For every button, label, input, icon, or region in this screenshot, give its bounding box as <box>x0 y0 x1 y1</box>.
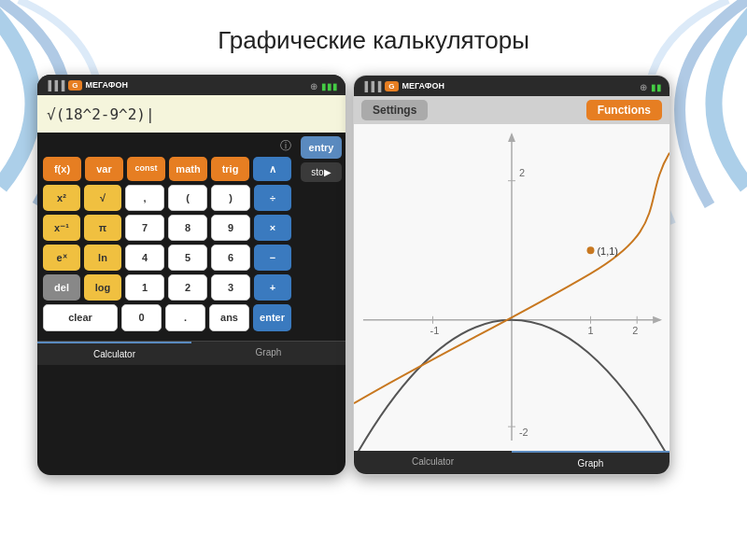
btn-power[interactable]: ∧ <box>253 157 291 181</box>
calc-tabbar: Calculator Graph <box>37 341 345 365</box>
battery-icon: ▮▮▮ <box>321 81 338 91</box>
network-icon-right: ⊕ <box>640 82 647 92</box>
svg-text:(1,1): (1,1) <box>597 245 617 257</box>
btn-2[interactable]: 2 <box>168 274 207 301</box>
carrier-logo: G <box>68 80 81 91</box>
calc-buttons: ⓘ f(x) var const math trig ∧ x² √ , ( <box>37 133 297 341</box>
main-content: ▐▐▐ G МЕГАФОН ⊕ ▮▮▮ √(18^2-9^2)| ⓘ <box>37 75 710 475</box>
info-icon[interactable]: ⓘ <box>280 139 291 152</box>
calculator-left: ▐▐▐ G МЕГАФОН ⊕ ▮▮▮ √(18^2-9^2)| ⓘ <box>37 75 345 475</box>
btn-fx[interactable]: f(x) <box>43 157 81 181</box>
btn-ln[interactable]: ln <box>84 245 121 271</box>
tab-graph-right[interactable]: Graph <box>512 451 669 474</box>
btn-entry[interactable]: entry <box>301 136 342 159</box>
btn-7[interactable]: 7 <box>125 215 164 241</box>
graph-toolbar: Settings Functions <box>354 96 669 124</box>
btn-sto[interactable]: sto▶ <box>301 162 342 182</box>
page-title: Графические калькуляторы <box>0 26 747 55</box>
btn-var[interactable]: var <box>85 157 123 181</box>
svg-text:2: 2 <box>632 325 638 336</box>
graph-tabbar: Calculator Graph <box>354 451 669 474</box>
btn-ans[interactable]: ans <box>209 304 249 330</box>
carrier-logo-right: G <box>385 81 398 91</box>
btn-mul[interactable]: × <box>254 215 291 241</box>
tab-graph-left[interactable]: Graph <box>191 342 345 365</box>
statusbar-right: ▐▐▐ G МЕГАФОН ⊕ ▮▮ <box>354 76 669 96</box>
btn-row-5: del log 1 2 3 + <box>43 274 291 301</box>
btn-comma[interactable]: , <box>125 185 164 211</box>
btn-lparen[interactable]: ( <box>168 185 207 211</box>
network-icon: ⊕ <box>310 81 317 91</box>
btn-3[interactable]: 3 <box>211 274 250 301</box>
svg-point-15 <box>587 246 595 254</box>
calculator-right: ▐▐▐ G МЕГАФОН ⊕ ▮▮ Settings Functions x=… <box>353 75 670 475</box>
btn-8[interactable]: 8 <box>168 215 207 241</box>
svg-text:-1: -1 <box>430 325 440 336</box>
btn-enter[interactable]: enter <box>253 304 291 330</box>
btn-0[interactable]: 0 <box>121 304 162 330</box>
btn-4[interactable]: 4 <box>125 245 164 271</box>
svg-text:2: 2 <box>519 167 525 178</box>
carrier-name-right: МЕГАФОН <box>402 81 445 91</box>
btn-ex[interactable]: eˣ <box>43 245 80 271</box>
btn-row-2: x² √ , ( ) ÷ <box>43 185 291 211</box>
btn-trig[interactable]: trig <box>211 157 249 181</box>
btn-math[interactable]: math <box>169 157 207 181</box>
btn-row-6: clear 0 . ans enter <box>43 304 291 330</box>
btn-pi[interactable]: π <box>84 215 121 241</box>
btn-5[interactable]: 5 <box>168 245 207 271</box>
svg-text:1: 1 <box>588 325 594 336</box>
btn-functions[interactable]: Functions <box>586 100 662 120</box>
btn-row-3: x⁻¹ π 7 8 9 × <box>43 215 291 241</box>
btn-row-1: f(x) var const math trig ∧ <box>43 157 291 181</box>
btn-del[interactable]: del <box>43 274 80 301</box>
side-buttons: entry sto▶ <box>297 133 345 341</box>
graph-svg: -1 1 2 2 -2 <box>354 124 669 451</box>
btn-sub[interactable]: − <box>254 245 291 271</box>
btn-row-4: eˣ ln 4 5 6 − <box>43 245 291 271</box>
display-expression: √(18^2-9^2)| <box>47 105 155 123</box>
btn-rparen[interactable]: ) <box>211 185 250 211</box>
btn-add[interactable]: + <box>254 274 291 301</box>
carrier-name: МЕГАФОН <box>86 80 129 90</box>
btn-settings[interactable]: Settings <box>361 100 428 120</box>
graph-area: x=1,y=1 -1 1 2 <box>354 124 669 451</box>
svg-text:-2: -2 <box>519 427 529 438</box>
btn-dot[interactable]: . <box>165 304 205 330</box>
battery-icon-right: ▮▮ <box>651 82 662 92</box>
btn-xinv[interactable]: x⁻¹ <box>43 215 80 241</box>
statusbar-left: ▐▐▐ G МЕГАФОН ⊕ ▮▮▮ <box>37 75 345 95</box>
calc-display: √(18^2-9^2)| <box>37 95 345 133</box>
tab-calculator-left[interactable]: Calculator <box>37 342 191 365</box>
btn-log[interactable]: log <box>84 274 121 301</box>
btn-sqrt[interactable]: √ <box>84 185 121 211</box>
tab-calculator-right[interactable]: Calculator <box>354 451 512 474</box>
btn-6[interactable]: 6 <box>211 245 250 271</box>
calc-body: ⓘ f(x) var const math trig ∧ x² √ , ( <box>37 133 345 341</box>
signal-icon-right: ▐▐▐ <box>361 81 381 91</box>
btn-9[interactable]: 9 <box>211 215 250 241</box>
btn-1[interactable]: 1 <box>125 274 164 301</box>
signal-icon: ▐▐▐ <box>45 80 64 91</box>
btn-const[interactable]: const <box>127 157 165 181</box>
btn-clear[interactable]: clear <box>43 304 118 330</box>
btn-div[interactable]: ÷ <box>254 185 291 211</box>
btn-x2[interactable]: x² <box>43 185 80 211</box>
